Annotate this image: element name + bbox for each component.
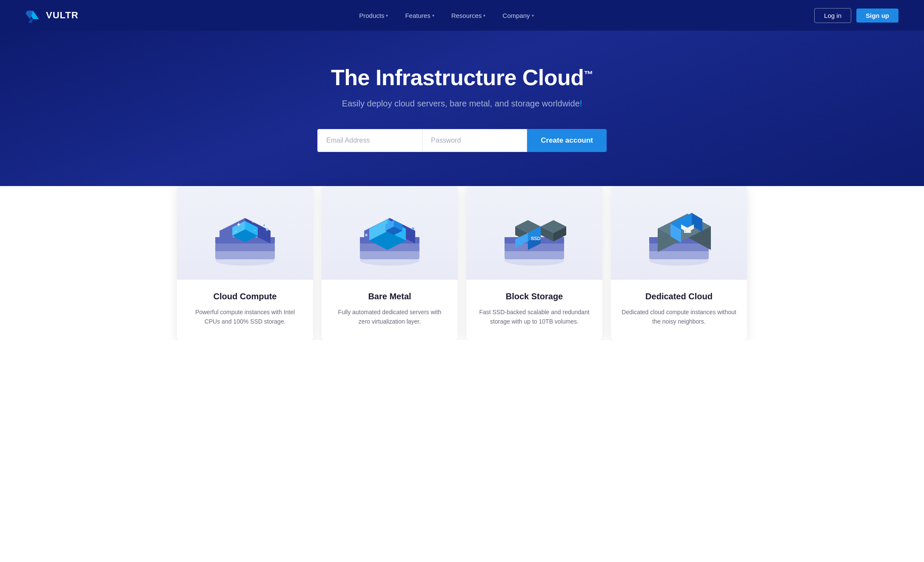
dedicated-cloud-illustration: ↓ xyxy=(636,195,722,271)
svg-text:SSD: SSD xyxy=(531,236,541,241)
svg-text:+: + xyxy=(251,219,254,224)
brand-logo[interactable]: VULTR xyxy=(26,8,79,23)
navbar: VULTR Products ▾ Features ▾ Resources ▾ … xyxy=(0,0,924,31)
svg-text:↓: ↓ xyxy=(684,229,686,233)
login-button[interactable]: Log in xyxy=(814,8,851,23)
navbar-actions: Log in Sign up xyxy=(814,8,898,23)
svg-rect-5 xyxy=(215,244,275,251)
chevron-down-icon: ▾ xyxy=(432,13,434,18)
nav-products[interactable]: Products ▾ xyxy=(352,9,395,23)
card-desc-bare-metal: Fully automated dedicated servers with z… xyxy=(332,307,448,327)
nav-resources[interactable]: Resources ▾ xyxy=(445,9,493,23)
card-title-dedicated-cloud: Dedicated Cloud xyxy=(621,292,737,301)
svg-text:+: + xyxy=(237,221,240,228)
card-content-dedicated-cloud: Dedicated Cloud Dedicated cloud compute … xyxy=(611,280,747,340)
hero-title: The Infrastructure Cloud™ xyxy=(9,65,915,90)
chevron-down-icon: ▾ xyxy=(483,13,485,18)
password-input[interactable] xyxy=(422,129,527,152)
vultr-logo-icon xyxy=(26,8,41,23)
signup-button[interactable]: Sign up xyxy=(856,9,898,23)
chevron-down-icon: ▾ xyxy=(386,13,388,18)
svg-rect-19 xyxy=(360,250,419,259)
card-image-cloud-compute: + + ÷ − xyxy=(177,186,313,280)
svg-rect-33 xyxy=(505,250,564,259)
card-bare-metal[interactable]: Bare Metal Fully automated dedicated ser… xyxy=(322,186,458,340)
svg-point-16 xyxy=(266,228,268,231)
product-cards-section: + + ÷ − Cloud Compute Powerful compute i… xyxy=(0,186,924,340)
card-desc-cloud-compute: Powerful compute instances with Intel CP… xyxy=(187,307,303,327)
card-image-bare-metal xyxy=(322,186,458,280)
card-title-block-storage: Block Storage xyxy=(476,292,592,301)
nav-features[interactable]: Features ▾ xyxy=(398,9,441,23)
card-image-dedicated-cloud: ↓ xyxy=(611,186,747,280)
card-image-block-storage: SSD xyxy=(466,186,602,280)
svg-point-31 xyxy=(412,227,414,230)
chevron-down-icon: ▾ xyxy=(532,13,534,18)
svg-marker-2 xyxy=(29,19,33,23)
svg-point-17 xyxy=(263,224,265,226)
create-account-button[interactable]: Create account xyxy=(527,129,607,152)
card-desc-dedicated-cloud: Dedicated cloud compute instances withou… xyxy=(621,307,737,327)
card-desc-block-storage: Fast SSD-backed scalable and redundant s… xyxy=(476,307,592,327)
email-input[interactable] xyxy=(317,129,422,152)
svg-text:−: − xyxy=(254,228,256,233)
svg-text:÷: ÷ xyxy=(234,229,237,234)
card-content-cloud-compute: Cloud Compute Powerful compute instances… xyxy=(177,280,313,340)
card-dedicated-cloud[interactable]: ↓ Dedicated Cloud Dedicated cloud comput… xyxy=(611,186,747,340)
nav-company[interactable]: Company ▾ xyxy=(496,9,540,23)
card-content-bare-metal: Bare Metal Fully automated dedicated ser… xyxy=(322,280,458,340)
svg-rect-4 xyxy=(215,250,275,259)
bare-metal-illustration xyxy=(347,195,432,271)
signup-form: Create account xyxy=(317,129,607,152)
card-block-storage[interactable]: SSD Block Storage Fast SSD-backed scalab… xyxy=(466,186,602,340)
card-cloud-compute[interactable]: + + ÷ − Cloud Compute Powerful compute i… xyxy=(177,186,313,340)
brand-name: VULTR xyxy=(46,10,79,21)
hero-subtitle: Easily deploy cloud servers, bare metal,… xyxy=(9,99,915,109)
card-title-cloud-compute: Cloud Compute xyxy=(187,292,303,301)
svg-point-30 xyxy=(365,234,368,236)
block-storage-illustration: SSD xyxy=(492,195,577,271)
card-title-bare-metal: Bare Metal xyxy=(332,292,448,301)
nav-items: Products ▾ Features ▾ Resources ▾ Compan… xyxy=(352,9,540,23)
card-content-block-storage: Block Storage Fast SSD-backed scalable a… xyxy=(466,280,602,340)
cloud-compute-illustration: + + ÷ − xyxy=(202,195,288,271)
